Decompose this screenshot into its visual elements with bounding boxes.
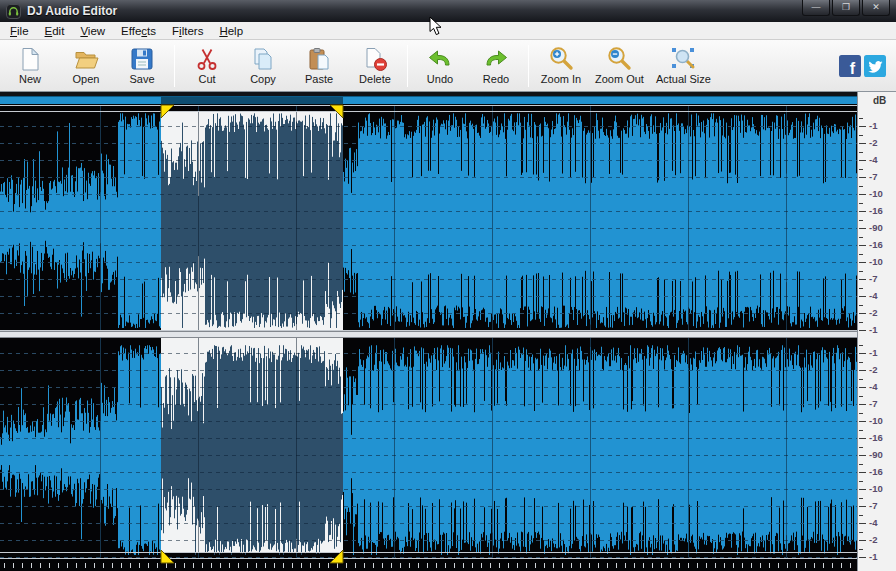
menu-item-edit[interactable]: Edit <box>37 24 73 38</box>
menu-item-view[interactable]: View <box>72 24 113 38</box>
db-tick <box>859 404 866 405</box>
db-tick <box>859 455 866 456</box>
db-label: -10 <box>869 483 895 494</box>
db-tick <box>859 220 863 221</box>
paste-button[interactable]: Paste <box>291 42 347 90</box>
new-button[interactable]: New <box>2 42 58 90</box>
db-tick <box>859 549 863 550</box>
waveform-display[interactable] <box>0 92 857 571</box>
db-tick <box>859 169 863 170</box>
menu-item-help[interactable]: Help <box>211 24 251 38</box>
db-label: -7 <box>869 500 895 511</box>
db-tick <box>859 540 866 541</box>
db-tick <box>859 362 863 363</box>
db-label: -16 <box>869 239 895 250</box>
menu-item-file[interactable]: File <box>2 24 37 38</box>
db-tick <box>859 288 863 289</box>
title-bar: DJ Audio Editor —❐✕ <box>0 0 896 22</box>
db-tick <box>859 228 866 229</box>
cut-button[interactable]: Cut <box>179 42 235 90</box>
facebook-icon: f <box>839 55 861 77</box>
toolbar-button-label: Cut <box>198 73 215 85</box>
db-tick <box>859 532 863 533</box>
db-tick <box>859 313 866 314</box>
db-tick <box>859 353 866 354</box>
delete-icon <box>362 46 388 72</box>
db-tick <box>859 379 863 380</box>
db-tick <box>859 254 863 255</box>
paste-icon <box>306 46 332 72</box>
undo-button[interactable]: Undo <box>412 42 468 90</box>
db-tick <box>859 305 863 306</box>
open-button[interactable]: Open <box>58 42 114 90</box>
db-tick <box>859 557 866 558</box>
db-tick <box>859 464 863 465</box>
db-tick <box>859 515 863 516</box>
save-button[interactable]: Save <box>114 42 170 90</box>
menu-item-filters[interactable]: Filters <box>164 24 211 38</box>
db-label: -10 <box>869 256 895 267</box>
copy-button[interactable]: Copy <box>235 42 291 90</box>
db-label: -7 <box>869 398 895 409</box>
db-label: -16 <box>869 432 895 443</box>
db-label: -1 <box>869 551 895 562</box>
actual-size-button[interactable]: Actual Size <box>650 42 717 90</box>
svg-text:f: f <box>850 59 856 77</box>
db-tick <box>859 438 866 439</box>
db-tick <box>859 413 863 414</box>
toolbar-separator <box>407 45 408 87</box>
zoom-in-button[interactable]: Zoom In <box>533 42 589 90</box>
db-tick <box>859 118 863 119</box>
close-button[interactable]: ✕ <box>862 0 890 16</box>
toolbar-button-label: Delete <box>359 73 391 85</box>
db-label: -16 <box>869 466 895 477</box>
db-tick <box>859 345 863 346</box>
db-tick <box>859 271 863 272</box>
db-tick <box>859 279 866 280</box>
db-tick <box>859 135 863 136</box>
save-icon <box>129 46 155 72</box>
db-tick <box>859 523 866 524</box>
new-icon <box>17 46 43 72</box>
redo-button[interactable]: Redo <box>468 42 524 90</box>
db-tick <box>859 447 863 448</box>
db-tick <box>859 194 866 195</box>
undo-icon <box>427 46 453 72</box>
db-label: -1 <box>869 347 895 358</box>
db-label: -1 <box>869 324 895 335</box>
db-label: -4 <box>869 381 895 392</box>
db-tick <box>859 245 866 246</box>
zoom-out-button[interactable]: Zoom Out <box>589 42 650 90</box>
db-tick <box>859 489 866 490</box>
actual-size-icon <box>670 46 696 72</box>
db-label: -16 <box>869 205 895 216</box>
minimize-button[interactable]: — <box>802 0 830 16</box>
toolbar-button-label: New <box>19 73 41 85</box>
copy-icon <box>250 46 276 72</box>
db-tick <box>859 152 863 153</box>
toolbar-button-label: Open <box>73 73 100 85</box>
db-label: -4 <box>869 517 895 528</box>
db-scale-header: dB <box>873 95 886 106</box>
db-tick <box>859 430 863 431</box>
db-tick <box>859 177 866 178</box>
delete-button[interactable]: Delete <box>347 42 403 90</box>
db-label: -7 <box>869 273 895 284</box>
open-icon <box>73 46 99 72</box>
db-label: -4 <box>869 154 895 165</box>
zoom-in-icon <box>548 46 574 72</box>
zoom-out-icon <box>606 46 632 72</box>
db-tick <box>859 396 863 397</box>
db-tick <box>859 160 866 161</box>
editor-main: dB -1-2-4-7-10-16-90-16-10-7-4-2-1-1-2-4… <box>0 92 896 571</box>
menu-item-effects[interactable]: Effects <box>113 24 164 38</box>
db-tick <box>859 506 866 507</box>
twitter-link[interactable] <box>864 55 886 81</box>
facebook-link[interactable]: f <box>839 55 861 81</box>
toolbar-button-label: Undo <box>427 73 453 85</box>
db-tick <box>859 203 863 204</box>
db-scale: dB -1-2-4-7-10-16-90-16-10-7-4-2-1-1-2-4… <box>857 92 896 571</box>
db-tick <box>859 322 863 323</box>
maximize-button[interactable]: ❐ <box>832 0 860 16</box>
db-label: -7 <box>869 171 895 182</box>
